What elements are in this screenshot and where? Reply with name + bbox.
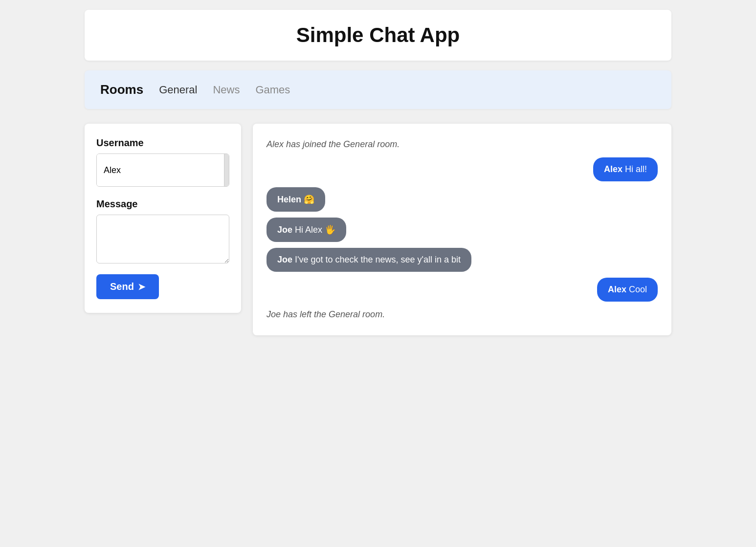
- bubble-sender: Alex: [608, 284, 626, 294]
- rooms-bar: Rooms General News Games: [85, 70, 671, 109]
- bubble-sender: Alex: [604, 164, 623, 174]
- tab-general[interactable]: General: [159, 84, 197, 96]
- username-row: Log in: [96, 153, 229, 187]
- bubble-alex-1: Alex Hi all!: [593, 157, 658, 181]
- system-text-left: Joe has left the General room.: [267, 309, 385, 319]
- system-text-joined: Alex has joined the General room.: [267, 139, 400, 149]
- tab-games[interactable]: Games: [255, 84, 290, 96]
- bubble-joe-1: Joe Hi Alex 🖐: [267, 218, 346, 242]
- username-input[interactable]: [97, 154, 224, 186]
- bubble-alex-2: Alex Cool: [597, 278, 658, 302]
- header-card: Simple Chat App: [85, 10, 671, 61]
- bubble-joe-2: Joe I've got to check the news, see y'al…: [267, 248, 471, 272]
- username-label: Username: [96, 137, 229, 149]
- left-panel: Username Log in Message Send ➤: [85, 124, 241, 313]
- send-button[interactable]: Send ➤: [96, 274, 159, 299]
- app-title: Simple Chat App: [104, 23, 652, 47]
- bubble-sender: Helen: [277, 195, 301, 204]
- main-content: Username Log in Message Send ➤ Alex has …: [85, 124, 671, 335]
- message-textarea[interactable]: [96, 215, 229, 263]
- rooms-label: Rooms: [100, 82, 143, 97]
- bubble-sender: Joe: [277, 255, 292, 264]
- send-icon: ➤: [138, 282, 145, 292]
- bubble-text: Hi all!: [625, 164, 647, 174]
- chat-panel: Alex has joined the General room. Alex H…: [253, 124, 671, 335]
- send-button-label: Send: [110, 281, 134, 292]
- system-message-joined: Alex has joined the General room.: [267, 137, 658, 152]
- tab-news[interactable]: News: [213, 84, 240, 96]
- bubble-text: 🤗: [304, 195, 314, 204]
- login-button[interactable]: Log in: [224, 154, 229, 186]
- bubble-sender: Joe: [277, 225, 292, 235]
- bubble-text: Hi Alex 🖐: [295, 225, 335, 235]
- bubble-helen-1: Helen 🤗: [267, 187, 325, 212]
- message-label: Message: [96, 198, 229, 210]
- bubble-text: Cool: [629, 284, 647, 294]
- bubble-text: I've got to check the news, see y'all in…: [295, 255, 461, 264]
- system-message-left: Joe has left the General room.: [267, 307, 658, 322]
- chat-messages: Alex has joined the General room. Alex H…: [267, 137, 658, 322]
